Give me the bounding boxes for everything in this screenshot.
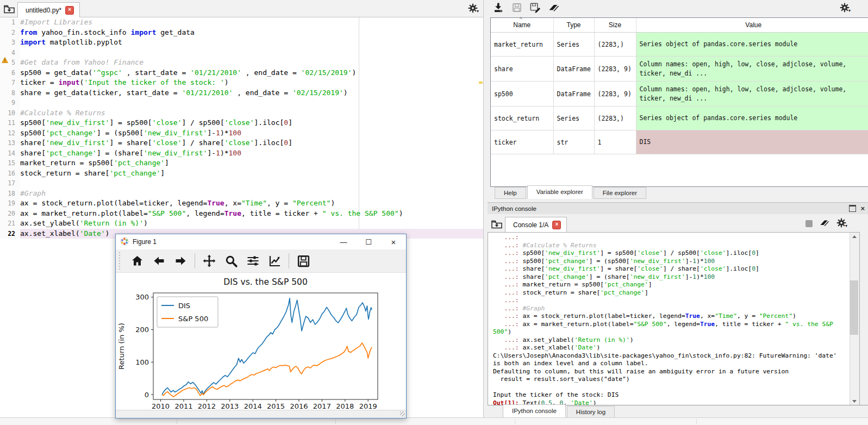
console-line[interactable]: ...: ax = stock_return.plot(label=ticker… <box>488 312 850 321</box>
code-line[interactable]: 21ax.set_ylabel('Return (in %)') <box>0 218 483 229</box>
figure-canvas[interactable]: DIS vs. the S&P 500Return (in %)01002003… <box>116 273 406 410</box>
home-button[interactable] <box>126 251 148 271</box>
console-line[interactable]: 500") <box>488 328 850 336</box>
warning-icon[interactable] <box>2 57 8 65</box>
code-line[interactable]: 2from yahoo_fin.stock_info import get_da… <box>0 28 483 38</box>
console-line[interactable]: ...: ax.set_ylabel('Return (in %)') <box>488 336 850 345</box>
edit-axis-button[interactable] <box>264 251 285 271</box>
console-line[interactable]: ...: ax = market_return.plot(label="S&P … <box>488 321 850 329</box>
figure-window[interactable]: Figure 1 — ☐ × DIS vs. the S&P 500Return… <box>115 234 407 418</box>
back-button[interactable] <box>148 251 170 271</box>
console-line[interactable]: ...: #Graph <box>488 305 850 313</box>
console-line[interactable]: ...: share['new_div_first'] = share['clo… <box>488 265 850 273</box>
forward-button[interactable] <box>170 251 191 271</box>
code-line[interactable]: 8share = get_data(ticker, start_date = '… <box>0 88 483 98</box>
close-icon[interactable] <box>860 205 865 211</box>
cell-value[interactable]: DIS <box>636 130 868 154</box>
save-data-button[interactable] <box>510 2 523 15</box>
variable-explorer-options-button[interactable] <box>839 2 852 15</box>
undock-icon[interactable] <box>849 205 856 212</box>
scroll-up-button[interactable] <box>850 233 858 241</box>
editor-scrollflag-warning-marker[interactable] <box>479 82 483 84</box>
code-line[interactable]: 18#Graph <box>0 189 483 199</box>
editor-browse-tabs-button[interactable] <box>2 3 17 17</box>
cell-value[interactable]: Series object of pandas.core.series modu… <box>636 107 868 130</box>
cell-name[interactable]: sp500 <box>491 82 553 107</box>
console-line[interactable]: C:\Users\Joseph\Anaconda3\lib\site-packa… <box>488 352 850 360</box>
console-line[interactable]: ...: #Calculate % Returns <box>488 242 850 250</box>
minimize-button[interactable]: — <box>331 234 356 249</box>
code-line[interactable]: 14share['pct_change'] = (share['new_div_… <box>0 148 483 159</box>
code-line[interactable]: 5#Get data from Yahoo! Finance <box>0 58 483 68</box>
tab-ipython-console[interactable]: IPython console <box>503 404 566 418</box>
table-row[interactable]: shareDataFrame(2283, 9)Column names: ope… <box>491 57 868 82</box>
console-line[interactable]: Input the ticker of the stock: DIS <box>488 391 850 399</box>
eraser-icon[interactable] <box>819 218 830 229</box>
console-line[interactable]: ...: stock_return = share['pct_change'] <box>488 289 850 297</box>
code-line[interactable]: 9 <box>0 98 483 108</box>
console-line[interactable]: ...: share['pct_change'] = (share['new_d… <box>488 273 850 282</box>
code-line[interactable]: 16stock_return = share['pct_change'] <box>0 168 483 179</box>
scroll-down-button[interactable] <box>850 397 858 405</box>
tab-help[interactable]: Help <box>495 187 526 199</box>
console-line[interactable]: is both an index level and a column labe… <box>488 360 850 368</box>
console-line[interactable]: ...: sp500['new_div_first'] = sp500['clo… <box>488 249 850 258</box>
code-line[interactable]: 6sp500 = get_data('^gspc' , start_date =… <box>0 68 483 78</box>
table-row[interactable]: sp500DataFrame(2283, 9)Column names: ope… <box>491 82 868 107</box>
editor-tab-untitled0[interactable]: untitled0.py* <box>17 2 80 17</box>
cell-size[interactable]: 1 <box>594 130 636 154</box>
code-line[interactable]: 15market_return = sp500['pct_change'] <box>0 158 483 168</box>
configure-subplots-button[interactable] <box>242 251 264 271</box>
column-header-size[interactable]: Size <box>594 18 636 33</box>
close-button[interactable]: × <box>381 234 406 249</box>
cell-size[interactable]: (2283, 9) <box>594 57 636 82</box>
code-line[interactable]: 20ax = market_return.plot(label="S&P 500… <box>0 209 483 219</box>
console-browse-tabs-button[interactable] <box>489 218 504 232</box>
console-scrollbar[interactable] <box>850 232 860 406</box>
stop-icon[interactable] <box>805 220 813 227</box>
cell-name[interactable]: market_return <box>491 33 553 57</box>
code-line[interactable]: 10#Calculate % Returns <box>0 108 483 118</box>
console-line[interactable]: Defaulting to column, but this will rais… <box>488 368 850 376</box>
cell-name[interactable]: share <box>491 57 553 82</box>
cell-type[interactable]: DataFrame <box>553 57 594 82</box>
cell-size[interactable]: (2283,) <box>594 107 636 130</box>
code-line[interactable]: 3import matplotlib.pyplot <box>0 38 483 48</box>
save-data-as-button[interactable] <box>529 2 542 15</box>
cell-size[interactable]: (2283,) <box>594 33 636 57</box>
code-line[interactable]: 13share['new_div_first'] = share['close'… <box>0 138 483 148</box>
cell-value[interactable]: Series object of pandas.core.series modu… <box>636 33 868 57</box>
column-header-value[interactable]: Value <box>636 18 868 33</box>
code-line[interactable]: 19ax = stock_return.plot(label=ticker, l… <box>0 198 483 209</box>
console-line[interactable]: ...: market_return = sp500['pct_change'] <box>488 281 850 289</box>
console-line[interactable]: ...: sp500['pct_change'] = (sp500['new_d… <box>488 258 850 266</box>
maximize-button[interactable]: ☐ <box>356 234 381 249</box>
cell-type[interactable]: Series <box>553 107 594 130</box>
tab-file-explorer[interactable]: File explorer <box>594 187 646 199</box>
cell-name[interactable]: stock_return <box>491 107 553 130</box>
import-data-button[interactable] <box>492 2 505 15</box>
code-line[interactable]: 12sp500['pct_change'] = (sp500['new_div_… <box>0 128 483 139</box>
table-row[interactable]: market_returnSeries(2283,)Series object … <box>491 33 868 57</box>
console-line[interactable]: ...: <box>488 234 850 242</box>
cell-value[interactable]: Column names: open, high, low, close, ad… <box>636 57 868 82</box>
cell-type[interactable]: str <box>553 130 594 154</box>
editor-tab-close-icon[interactable] <box>65 6 74 15</box>
resize-grip[interactable] <box>400 411 405 416</box>
tab-history-log[interactable]: History log <box>567 406 615 418</box>
pan-button[interactable] <box>198 251 220 271</box>
code-line[interactable]: 7ticker = input('Input the ticker of the… <box>0 78 483 88</box>
editor-options-button[interactable] <box>468 3 479 15</box>
cell-type[interactable]: Series <box>553 33 594 57</box>
code-line[interactable]: 17 <box>0 178 483 189</box>
code-line[interactable]: 11sp500['new_div_first'] = sp500['close'… <box>0 118 483 128</box>
console-options-button[interactable] <box>836 218 847 229</box>
code-line[interactable]: 1#Import Libraries <box>0 17 483 28</box>
save-figure-button[interactable] <box>292 251 314 271</box>
remove-all-variables-button[interactable] <box>547 2 560 15</box>
column-header-name[interactable]: Name <box>491 18 553 33</box>
table-row[interactable]: stock_returnSeries(2283,)Series object o… <box>491 107 868 130</box>
console-line[interactable]: ...: <box>488 297 850 305</box>
cell-type[interactable]: DataFrame <box>553 82 594 107</box>
column-header-type[interactable]: Type <box>553 18 594 33</box>
